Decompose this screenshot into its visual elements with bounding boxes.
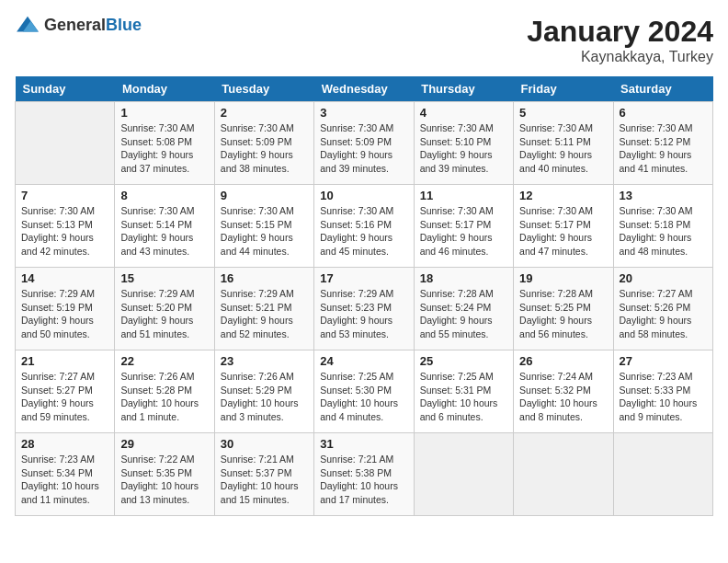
cell-details: Sunrise: 7:23 AMSunset: 5:34 PMDaylight:… bbox=[21, 453, 108, 507]
header-cell-thursday: Thursday bbox=[414, 76, 513, 102]
cell-details: Sunrise: 7:30 AMSunset: 5:15 PMDaylight:… bbox=[221, 204, 308, 259]
cell-details: Sunrise: 7:30 AMSunset: 5:11 PMDaylight:… bbox=[519, 121, 607, 176]
calendar-cell: 4Sunrise: 7:30 AMSunset: 5:10 PMDaylight… bbox=[414, 102, 513, 185]
logo-blue: Blue bbox=[106, 16, 142, 34]
day-number: 11 bbox=[420, 189, 507, 202]
location-subtitle: Kaynakkaya, Turkey bbox=[527, 49, 713, 65]
day-number: 20 bbox=[620, 271, 707, 285]
day-number: 19 bbox=[519, 271, 607, 285]
calendar-cell: 20Sunrise: 7:27 AMSunset: 5:26 PMDayligh… bbox=[613, 268, 712, 350]
cell-details: Sunrise: 7:25 AMSunset: 5:30 PMDaylight:… bbox=[320, 370, 407, 424]
header-cell-monday: Monday bbox=[115, 76, 214, 102]
calendar-cell: 9Sunrise: 7:30 AMSunset: 5:15 PMDaylight… bbox=[214, 185, 313, 268]
calendar-cell bbox=[16, 102, 115, 185]
header-cell-friday: Friday bbox=[514, 76, 613, 102]
day-number: 28 bbox=[21, 437, 108, 451]
day-number: 22 bbox=[120, 354, 208, 368]
day-number: 26 bbox=[519, 354, 607, 368]
calendar-cell: 8Sunrise: 7:30 AMSunset: 5:14 PMDaylight… bbox=[115, 185, 214, 268]
logo-general: General bbox=[44, 16, 106, 34]
day-number: 9 bbox=[221, 189, 308, 202]
day-number: 10 bbox=[320, 189, 407, 202]
calendar-cell: 26Sunrise: 7:24 AMSunset: 5:32 PMDayligh… bbox=[514, 350, 613, 433]
calendar-cell: 19Sunrise: 7:28 AMSunset: 5:25 PMDayligh… bbox=[514, 268, 613, 350]
cell-details: Sunrise: 7:30 AMSunset: 5:16 PMDaylight:… bbox=[320, 204, 407, 259]
cell-details: Sunrise: 7:26 AMSunset: 5:29 PMDaylight:… bbox=[221, 370, 308, 424]
calendar-cell: 2Sunrise: 7:30 AMSunset: 5:09 PMDaylight… bbox=[214, 102, 313, 185]
cell-details: Sunrise: 7:28 AMSunset: 5:25 PMDaylight:… bbox=[519, 287, 607, 341]
month-year-title: January 2024 bbox=[527, 15, 713, 49]
day-number: 24 bbox=[320, 354, 407, 368]
day-number: 15 bbox=[120, 271, 208, 285]
day-number: 7 bbox=[21, 189, 108, 202]
cell-details: Sunrise: 7:29 AMSunset: 5:20 PMDaylight:… bbox=[120, 287, 208, 341]
calendar-cell: 28Sunrise: 7:23 AMSunset: 5:34 PMDayligh… bbox=[16, 433, 115, 516]
calendar-cell: 27Sunrise: 7:23 AMSunset: 5:33 PMDayligh… bbox=[613, 350, 712, 433]
header-cell-sunday: Sunday bbox=[16, 76, 115, 102]
cell-details: Sunrise: 7:24 AMSunset: 5:32 PMDaylight:… bbox=[519, 370, 607, 424]
day-number: 14 bbox=[21, 271, 108, 285]
calendar-cell: 29Sunrise: 7:22 AMSunset: 5:35 PMDayligh… bbox=[115, 433, 214, 516]
cell-details: Sunrise: 7:30 AMSunset: 5:14 PMDaylight:… bbox=[120, 204, 208, 259]
calendar-cell: 12Sunrise: 7:30 AMSunset: 5:17 PMDayligh… bbox=[514, 185, 613, 268]
calendar-cell: 6Sunrise: 7:30 AMSunset: 5:12 PMDaylight… bbox=[613, 102, 712, 185]
day-number: 3 bbox=[320, 106, 407, 120]
cell-details: Sunrise: 7:28 AMSunset: 5:24 PMDaylight:… bbox=[420, 287, 507, 341]
day-number: 23 bbox=[221, 354, 308, 368]
calendar-cell: 3Sunrise: 7:30 AMSunset: 5:09 PMDaylight… bbox=[314, 102, 414, 185]
day-number: 27 bbox=[620, 354, 707, 368]
calendar-cell: 22Sunrise: 7:26 AMSunset: 5:28 PMDayligh… bbox=[115, 350, 214, 433]
cell-details: Sunrise: 7:30 AMSunset: 5:12 PMDaylight:… bbox=[620, 121, 707, 176]
calendar-cell: 14Sunrise: 7:29 AMSunset: 5:19 PMDayligh… bbox=[16, 268, 115, 350]
calendar-cell: 24Sunrise: 7:25 AMSunset: 5:30 PMDayligh… bbox=[314, 350, 414, 433]
cell-details: Sunrise: 7:30 AMSunset: 5:09 PMDaylight:… bbox=[221, 121, 308, 176]
day-number: 29 bbox=[120, 437, 208, 451]
cell-details: Sunrise: 7:29 AMSunset: 5:19 PMDaylight:… bbox=[21, 287, 108, 341]
header-cell-tuesday: Tuesday bbox=[214, 76, 313, 102]
week-row-3: 14Sunrise: 7:29 AMSunset: 5:19 PMDayligh… bbox=[16, 268, 713, 350]
cell-details: Sunrise: 7:30 AMSunset: 5:18 PMDaylight:… bbox=[620, 204, 707, 259]
week-row-5: 28Sunrise: 7:23 AMSunset: 5:34 PMDayligh… bbox=[16, 433, 713, 516]
header-cell-saturday: Saturday bbox=[613, 76, 712, 102]
cell-details: Sunrise: 7:29 AMSunset: 5:21 PMDaylight:… bbox=[221, 287, 308, 341]
calendar-cell: 1Sunrise: 7:30 AMSunset: 5:08 PMDaylight… bbox=[115, 102, 214, 185]
week-row-1: 1Sunrise: 7:30 AMSunset: 5:08 PMDaylight… bbox=[16, 102, 713, 185]
page-header: GeneralBlue January 2024 Kaynakkaya, Tur… bbox=[15, 15, 713, 65]
day-number: 30 bbox=[221, 437, 308, 451]
calendar-cell bbox=[414, 433, 513, 516]
cell-details: Sunrise: 7:26 AMSunset: 5:28 PMDaylight:… bbox=[120, 370, 208, 424]
calendar-cell: 30Sunrise: 7:21 AMSunset: 5:37 PMDayligh… bbox=[214, 433, 313, 516]
cell-details: Sunrise: 7:21 AMSunset: 5:37 PMDaylight:… bbox=[221, 453, 308, 507]
calendar-cell: 5Sunrise: 7:30 AMSunset: 5:11 PMDaylight… bbox=[514, 102, 613, 185]
cell-details: Sunrise: 7:30 AMSunset: 5:17 PMDaylight:… bbox=[519, 204, 607, 259]
calendar-cell: 15Sunrise: 7:29 AMSunset: 5:20 PMDayligh… bbox=[115, 268, 214, 350]
cell-details: Sunrise: 7:27 AMSunset: 5:26 PMDaylight:… bbox=[620, 287, 707, 341]
day-number: 8 bbox=[120, 189, 208, 202]
calendar-cell: 17Sunrise: 7:29 AMSunset: 5:23 PMDayligh… bbox=[314, 268, 414, 350]
logo-text: GeneralBlue bbox=[44, 16, 142, 35]
calendar-cell: 13Sunrise: 7:30 AMSunset: 5:18 PMDayligh… bbox=[613, 185, 712, 268]
cell-details: Sunrise: 7:30 AMSunset: 5:10 PMDaylight:… bbox=[420, 121, 507, 176]
cell-details: Sunrise: 7:29 AMSunset: 5:23 PMDaylight:… bbox=[320, 287, 407, 341]
calendar-cell bbox=[613, 433, 712, 516]
cell-details: Sunrise: 7:22 AMSunset: 5:35 PMDaylight:… bbox=[120, 453, 208, 507]
calendar-body: 1Sunrise: 7:30 AMSunset: 5:08 PMDaylight… bbox=[16, 102, 713, 516]
calendar-cell: 25Sunrise: 7:25 AMSunset: 5:31 PMDayligh… bbox=[414, 350, 513, 433]
calendar-cell: 23Sunrise: 7:26 AMSunset: 5:29 PMDayligh… bbox=[214, 350, 313, 433]
header-cell-wednesday: Wednesday bbox=[314, 76, 414, 102]
cell-details: Sunrise: 7:21 AMSunset: 5:38 PMDaylight:… bbox=[320, 453, 407, 507]
calendar-table: SundayMondayTuesdayWednesdayThursdayFrid… bbox=[15, 76, 713, 516]
cell-details: Sunrise: 7:23 AMSunset: 5:33 PMDaylight:… bbox=[620, 370, 707, 424]
title-block: January 2024 Kaynakkaya, Turkey bbox=[527, 15, 713, 65]
week-row-4: 21Sunrise: 7:27 AMSunset: 5:27 PMDayligh… bbox=[16, 350, 713, 433]
week-row-2: 7Sunrise: 7:30 AMSunset: 5:13 PMDaylight… bbox=[16, 185, 713, 268]
cell-details: Sunrise: 7:27 AMSunset: 5:27 PMDaylight:… bbox=[21, 370, 108, 424]
day-number: 25 bbox=[420, 354, 507, 368]
day-number: 17 bbox=[320, 271, 407, 285]
calendar-cell: 7Sunrise: 7:30 AMSunset: 5:13 PMDaylight… bbox=[16, 185, 115, 268]
calendar-cell: 16Sunrise: 7:29 AMSunset: 5:21 PMDayligh… bbox=[214, 268, 313, 350]
cell-details: Sunrise: 7:30 AMSunset: 5:09 PMDaylight:… bbox=[320, 121, 407, 176]
day-number: 2 bbox=[221, 106, 308, 120]
day-number: 31 bbox=[320, 437, 407, 451]
calendar-cell: 10Sunrise: 7:30 AMSunset: 5:16 PMDayligh… bbox=[314, 185, 414, 268]
